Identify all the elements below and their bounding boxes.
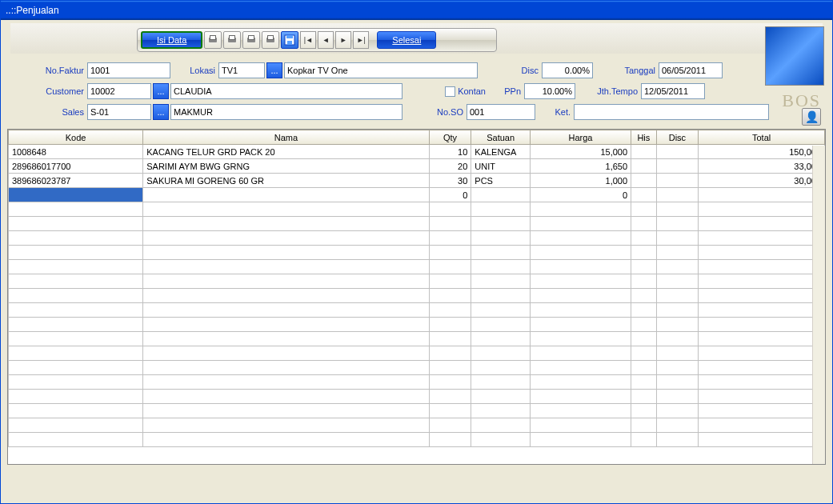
table-cell[interactable] bbox=[656, 318, 699, 332]
table-row[interactable] bbox=[9, 433, 825, 447]
table-cell[interactable] bbox=[429, 231, 471, 246]
table-cell[interactable] bbox=[699, 231, 825, 246]
table-cell[interactable]: PCS bbox=[471, 174, 531, 188]
table-cell[interactable] bbox=[471, 346, 531, 361]
table-cell[interactable] bbox=[9, 303, 143, 318]
selesai-button[interactable]: Selesai bbox=[377, 31, 436, 49]
table-cell[interactable] bbox=[143, 346, 430, 361]
table-row[interactable] bbox=[9, 361, 825, 375]
table-cell[interactable] bbox=[699, 361, 825, 375]
table-cell[interactable] bbox=[699, 274, 825, 289]
table-cell[interactable] bbox=[143, 375, 430, 390]
col-header-disc[interactable]: Disc bbox=[656, 130, 699, 145]
table-cell[interactable] bbox=[699, 217, 825, 231]
table-cell[interactable] bbox=[143, 202, 430, 217]
table-cell[interactable] bbox=[656, 217, 699, 231]
table-cell[interactable] bbox=[471, 303, 531, 318]
table-cell[interactable] bbox=[631, 174, 657, 188]
table-cell[interactable] bbox=[143, 303, 430, 318]
table-cell[interactable] bbox=[429, 202, 471, 217]
col-header-satuan[interactable]: Satuan bbox=[471, 130, 531, 145]
table-cell[interactable] bbox=[471, 217, 531, 231]
table-cell[interactable]: 389686023787 bbox=[9, 174, 143, 188]
lokasi-name-input[interactable] bbox=[284, 62, 478, 78]
table-cell[interactable] bbox=[9, 274, 143, 289]
table-cell[interactable] bbox=[429, 318, 471, 332]
sales-name-input[interactable] bbox=[170, 104, 402, 120]
table-cell[interactable] bbox=[631, 231, 657, 246]
customer-lookup-button[interactable]: ... bbox=[153, 83, 169, 99]
sales-lookup-button[interactable]: ... bbox=[153, 104, 169, 120]
table-cell[interactable] bbox=[656, 174, 699, 188]
table-cell[interactable] bbox=[429, 433, 471, 447]
print-button-1[interactable] bbox=[204, 31, 222, 49]
table-cell[interactable] bbox=[9, 188, 143, 202]
table-row[interactable]: 000 bbox=[9, 188, 825, 202]
table-cell[interactable] bbox=[656, 289, 699, 303]
table-cell[interactable] bbox=[699, 260, 825, 274]
table-cell[interactable]: 30,000 bbox=[699, 174, 825, 188]
no-so-input[interactable] bbox=[467, 104, 535, 120]
table-cell[interactable] bbox=[530, 433, 631, 447]
table-cell[interactable]: 20 bbox=[429, 159, 471, 174]
table-cell[interactable] bbox=[656, 375, 699, 390]
table-cell[interactable] bbox=[9, 260, 143, 274]
table-row[interactable] bbox=[9, 246, 825, 260]
table-cell[interactable]: 1,000 bbox=[530, 174, 631, 188]
table-cell[interactable] bbox=[631, 404, 657, 418]
table-cell[interactable] bbox=[9, 433, 143, 447]
table-cell[interactable] bbox=[429, 332, 471, 346]
table-cell[interactable] bbox=[143, 361, 430, 375]
table-cell[interactable] bbox=[699, 289, 825, 303]
table-cell[interactable]: 150,000 bbox=[699, 145, 825, 159]
table-cell[interactable]: 33,000 bbox=[699, 159, 825, 174]
table-row[interactable] bbox=[9, 318, 825, 332]
nav-next-button[interactable]: ► bbox=[335, 31, 351, 49]
table-cell[interactable] bbox=[9, 404, 143, 418]
table-row[interactable] bbox=[9, 418, 825, 433]
table-row[interactable] bbox=[9, 231, 825, 246]
table-cell[interactable] bbox=[429, 274, 471, 289]
table-cell[interactable] bbox=[699, 433, 825, 447]
table-cell[interactable]: 30 bbox=[429, 174, 471, 188]
person-button[interactable]: 👤 bbox=[802, 108, 821, 126]
table-row[interactable] bbox=[9, 303, 825, 318]
table-cell[interactable] bbox=[530, 390, 631, 404]
table-cell[interactable]: 1008648 bbox=[9, 145, 143, 159]
table-cell[interactable] bbox=[631, 303, 657, 318]
ppn-input[interactable] bbox=[524, 83, 575, 99]
lokasi-lookup-button[interactable]: ... bbox=[266, 62, 282, 78]
nav-last-button[interactable]: ►| bbox=[353, 31, 369, 49]
table-cell[interactable]: UNIT bbox=[471, 159, 531, 174]
table-cell[interactable]: 0 bbox=[429, 188, 471, 202]
table-cell[interactable] bbox=[631, 217, 657, 231]
table-cell[interactable] bbox=[530, 217, 631, 231]
table-cell[interactable] bbox=[471, 433, 531, 447]
table-cell[interactable] bbox=[9, 289, 143, 303]
items-table[interactable]: Kode Nama Qty Satuan Harga His Disc Tota… bbox=[8, 130, 825, 447]
customer-code-input[interactable] bbox=[87, 83, 151, 99]
col-header-nama[interactable]: Nama bbox=[143, 130, 430, 145]
table-cell[interactable]: 0 bbox=[699, 188, 825, 202]
table-cell[interactable] bbox=[9, 202, 143, 217]
table-cell[interactable] bbox=[471, 202, 531, 217]
table-cell[interactable] bbox=[9, 390, 143, 404]
tanggal-input[interactable] bbox=[659, 62, 723, 78]
table-cell[interactable] bbox=[656, 303, 699, 318]
table-cell[interactable] bbox=[143, 418, 430, 433]
table-cell[interactable]: 289686017700 bbox=[9, 159, 143, 174]
nav-first-button[interactable]: |◄ bbox=[300, 31, 316, 49]
table-cell[interactable] bbox=[471, 260, 531, 274]
kontan-checkbox[interactable] bbox=[445, 86, 455, 97]
table-cell[interactable]: SAKURA MI GORENG 60 GR bbox=[143, 174, 430, 188]
table-cell[interactable] bbox=[530, 246, 631, 260]
save-button[interactable] bbox=[281, 31, 298, 49]
table-cell[interactable]: KALENGA bbox=[471, 145, 531, 159]
table-cell[interactable] bbox=[471, 332, 531, 346]
print-button-2[interactable] bbox=[223, 31, 241, 49]
table-cell[interactable] bbox=[656, 274, 699, 289]
print-button-4[interactable] bbox=[262, 31, 279, 49]
table-cell[interactable] bbox=[631, 390, 657, 404]
table-cell[interactable] bbox=[699, 418, 825, 433]
table-row[interactable] bbox=[9, 404, 825, 418]
